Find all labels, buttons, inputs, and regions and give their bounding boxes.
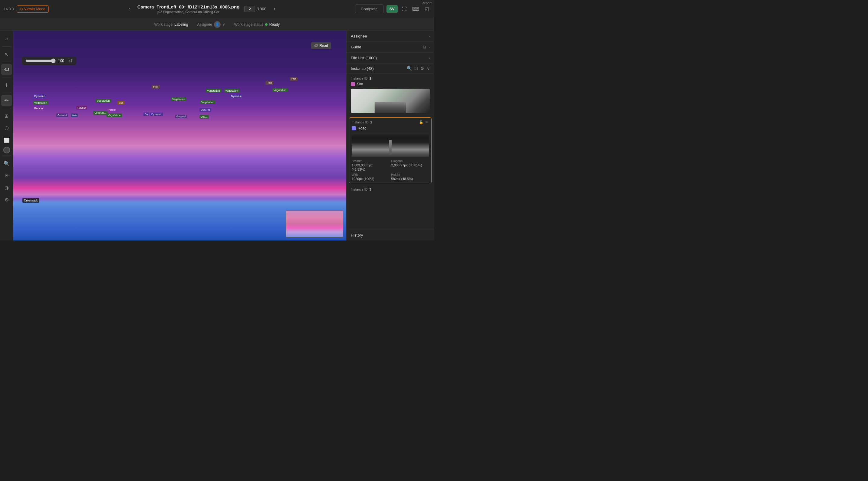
road-class-name: Road	[358, 126, 367, 130]
instance-actions: 🔍 ⬡ ⚙ ∨	[407, 66, 430, 71]
label-bus-1: Bus	[117, 101, 125, 105]
instance-settings-button[interactable]: ⚙	[421, 66, 424, 71]
collapse-toolbar-button[interactable]: ‹‹	[1, 33, 12, 44]
road-canvas-label: 🏷 Road	[311, 42, 331, 49]
zoom-in-button[interactable]: 🔍	[1, 158, 12, 169]
instance-id-num-1: 1	[370, 76, 371, 80]
instance-2-eye-button[interactable]: 👁	[425, 120, 429, 124]
guide-filter-icon[interactable]: ⊟	[423, 45, 426, 49]
instance-id-label-2: Instance ID	[352, 120, 369, 124]
history-section-title: History	[351, 233, 363, 237]
page-input[interactable]	[244, 6, 255, 12]
opacity-value: 100	[58, 59, 67, 63]
guide-section[interactable]: Guide ⊟ ›	[346, 42, 434, 53]
rect-tool-button[interactable]: ⬜	[1, 135, 12, 146]
label-dynamic-1: Dynamic	[33, 94, 46, 98]
label-vegetation-5: Vegetation	[171, 97, 186, 101]
contrast-button[interactable]: ◑	[1, 182, 12, 193]
grid-tool-button[interactable]: ⊞	[1, 110, 12, 121]
instance-section-header: Instance (48) 🔍 ⬡ ⚙ ∨	[346, 64, 434, 73]
instance-2-lock-button[interactable]: 🔒	[419, 120, 424, 124]
label-ground-1: Ground	[56, 114, 68, 117]
instance-search-button[interactable]: 🔍	[407, 66, 412, 71]
assignee-chevron[interactable]: ∨	[222, 22, 225, 27]
work-stage-status-label: Work stage status	[234, 22, 263, 27]
assignee-section-title: Assignee	[351, 34, 367, 38]
width-stat: Width 1920px (100%)	[352, 173, 390, 181]
cursor-tool-button[interactable]: ↖	[1, 49, 12, 60]
instance-item-3-row[interactable]: Instance ID 3	[346, 185, 434, 194]
width-label: Width	[352, 173, 390, 177]
polygon-tool-button[interactable]: ⬡	[1, 123, 12, 133]
instance-filter-button[interactable]: ⬡	[414, 66, 418, 71]
download-button[interactable]: ⬇	[1, 79, 12, 91]
label-vegetation-4: Vegetation	[106, 114, 122, 117]
crosswalk-label: Crosswalk	[22, 198, 39, 203]
assignee-icon: 👤	[214, 21, 221, 28]
instance-id-num-2: 2	[370, 120, 372, 124]
sun-button[interactable]: ☀	[1, 170, 12, 181]
circle-tool[interactable]	[3, 147, 10, 153]
height-stat: Height 582px (48.5%)	[391, 173, 429, 181]
sv-button[interactable]: SV	[386, 5, 398, 13]
assignee-label: Assignee	[197, 22, 212, 27]
panel-button[interactable]: ◱	[424, 5, 430, 13]
label-vegetation-7: Vegetation	[206, 89, 221, 93]
file-list-chevron-icon: ›	[429, 56, 430, 60]
opacity-control: 100 ↺	[22, 57, 76, 65]
diagonal-stat: Diagonal 2,006.27px (88.61%)	[391, 159, 429, 171]
road-class-dot	[352, 126, 356, 130]
work-stage-status-item: Work stage status Ready	[234, 22, 280, 27]
file-list-section[interactable]: File List (1000) ›	[346, 53, 434, 64]
keyboard-button[interactable]: ⌨	[411, 5, 421, 13]
label-pole-2: Pole	[266, 81, 273, 85]
diagonal-value: 2,006.27px (88.61%)	[391, 163, 429, 167]
instance-2-thumbnail	[352, 133, 429, 157]
height-value: 582px (48.5%)	[391, 177, 429, 181]
label-passer-1: Passer	[76, 106, 87, 109]
instance-item-2[interactable]: Instance ID 2 🔒 👁 Road	[349, 117, 432, 183]
instance-item-1[interactable]: Instance ID 1 Sky	[346, 73, 434, 116]
work-stage-value: Labeling	[174, 22, 188, 27]
label-vegetation-2: Vegetation	[96, 99, 111, 102]
version-label: 14.0.0	[4, 7, 13, 11]
label-ground-2: Ground	[175, 115, 187, 118]
canvas-area[interactable]: 100 ↺ 🏷 Road Dynamic Vegetation Person G…	[13, 31, 346, 241]
page-total: /1000	[256, 7, 266, 11]
mini-map	[286, 210, 343, 237]
label-tool-button[interactable]: 🏷	[1, 64, 12, 75]
report-label: Report	[422, 1, 432, 5]
work-stage-status-value: Ready	[269, 22, 280, 27]
opacity-reset-button[interactable]: ↺	[69, 58, 73, 63]
work-stage-label: Work stage	[154, 22, 173, 27]
expand-button[interactable]: ⛶	[401, 5, 408, 13]
settings-button[interactable]: ⚙	[1, 194, 12, 205]
label-vegetation-8: vegetation	[224, 89, 239, 93]
page-info: /1000	[244, 6, 266, 12]
instance-collapse-button[interactable]: ∨	[427, 66, 430, 71]
diagonal-label: Diagonal	[391, 159, 429, 163]
label-vegetation-6: Vegetation	[200, 100, 216, 104]
breadth-label: Breadth	[352, 159, 390, 163]
label-m-1: m	[207, 108, 211, 111]
opacity-slider[interactable]	[25, 58, 56, 63]
width-value: 1920px (100%)	[352, 177, 390, 181]
sky-class-dot	[351, 82, 355, 86]
brush-tool-button[interactable]: ✏	[1, 95, 12, 106]
prev-nav-button[interactable]: ‹	[126, 4, 132, 13]
instance-1-thumbnail	[351, 89, 430, 113]
assignee-section[interactable]: Assignee ›	[346, 31, 434, 42]
complete-button[interactable]: Complete	[355, 4, 383, 13]
assignee-item: Assignee 👤 ∨	[197, 21, 225, 28]
left-toolbar: ‹‹ ↖ 🏷 ⬇ ✏ ⊞ ⬡ ⬜ 🔍 ☀ ◑ ⚙	[0, 31, 13, 241]
label-dynamic-2: Dynamic	[150, 113, 163, 116]
instance-2-stats: Breadth 1,003,033.5px (43.53%) Diagonal …	[352, 159, 429, 181]
breadth-stat: Breadth 1,003,033.5px (43.53%)	[352, 159, 390, 171]
next-nav-button[interactable]: ›	[271, 4, 278, 13]
viewer-mode-button[interactable]: ⊙ Viewer Mode	[17, 5, 49, 13]
instance-id-num-3: 3	[370, 188, 371, 191]
label-veg-1: Veg...	[199, 115, 209, 119]
road-label-text: Road	[319, 43, 328, 48]
instance-list: Instance ID 1 Sky Inst	[346, 73, 434, 230]
history-section[interactable]: History	[346, 230, 434, 241]
